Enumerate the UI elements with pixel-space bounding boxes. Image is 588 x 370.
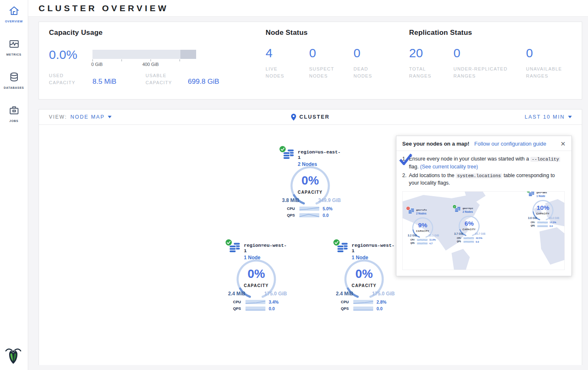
qps-label: QPS (457, 241, 464, 243)
summary-panel: Capacity Usage 0.0% 0 GiB 400 GiB (39, 22, 582, 100)
qps-sparkline (245, 307, 265, 311)
sidebar-item-overview[interactable]: OVERVIEW (0, 0, 28, 33)
capacity-bar-used-segment (180, 50, 196, 59)
capacity-label: CAPACITY (525, 212, 561, 215)
capacity-label: CAPACITY (405, 230, 440, 232)
breadcrumb-label: CLUSTER (299, 114, 330, 120)
cockroach-logo[interactable] (4, 346, 22, 365)
cpu-sparkline (245, 300, 265, 304)
step-text: Ensure every node in your cluster was st… (409, 156, 530, 162)
setup-step-2: 2. Add locations to the system.locations… (402, 172, 565, 187)
status-ok-badge (333, 239, 340, 246)
briefcase-icon (9, 105, 19, 117)
cpu-sparkline (353, 300, 373, 304)
suspect-nodes-count: 0 (309, 46, 354, 60)
region-label: region=us-east-1 (298, 149, 343, 160)
view-selector[interactable]: VIEW: NODE MAP (49, 114, 112, 120)
under-replicated-count: 0 (454, 46, 526, 60)
page-title: CLUSTER OVERVIEW (39, 3, 169, 13)
axis-tick-label: 0 GiB (91, 62, 103, 67)
cpu-value: 2.8% (377, 299, 386, 304)
qps-value: 0.0 (476, 241, 479, 243)
node-count: 1 Node (537, 195, 547, 197)
locality-tree-link[interactable]: (See current locality tree) (420, 164, 478, 170)
used-value: 3.8 MiB (282, 197, 299, 203)
sidebar-item-label: OVERVIEW (5, 20, 23, 23)
used-value: 2.4 MiB (336, 291, 353, 297)
total-value: 175.0 GiB (372, 291, 395, 297)
view-value: NODE MAP (70, 114, 105, 120)
node-map-canvas[interactable]: region=us-east-1 2 Nodes 0% CAPACITY 3.8… (39, 125, 582, 365)
node-group-us-west-1[interactable]: region=us-west-1 1 Node 0% CAPACITY 2.4 … (331, 242, 397, 315)
replication-status-section: Replication Status 20 TOTAL RANGES 0 UND… (409, 29, 582, 99)
capacity-label: CAPACITY (223, 283, 289, 288)
map-pin-icon (291, 114, 296, 121)
node-status-title: Node Status (266, 29, 409, 37)
capacity-usage-section: Capacity Usage 0.0% 0 GiB 400 GiB (49, 29, 266, 99)
region-label: region=eu-west-1 (244, 243, 289, 253)
capacity-percent: 0% (331, 267, 397, 281)
node-map-panel: VIEW: NODE MAP CLUSTER LAST 10 MIN (39, 109, 582, 365)
qps-sparkline (353, 307, 373, 311)
qps-label: QPS (531, 225, 537, 227)
database-icon (9, 72, 19, 84)
capacity-usage-title: Capacity Usage (49, 29, 266, 37)
unavailable-ranges-count: 0 (526, 46, 566, 60)
map-toolbar: VIEW: NODE MAP CLUSTER LAST 10 MIN (39, 110, 582, 125)
node-group-eu-west-1[interactable]: region=eu-west-1 1 Node 0% CAPACITY 2.4 … (223, 242, 289, 315)
used-value: 3.2 GiB (408, 234, 417, 237)
time-range-selector[interactable]: LAST 10 MIN (525, 114, 572, 120)
code-snippet: --locality (530, 157, 560, 162)
check-icon (399, 153, 412, 165)
topbar: CLUSTER OVERVIEW (28, 0, 588, 17)
sidebar-item-metrics[interactable]: METRICS (0, 33, 28, 66)
step-text: Add locations to the (409, 173, 456, 178)
node-group-us-east-1[interactable]: region=us-east-1 2 Nodes 0% CAPACITY 3.8… (277, 149, 343, 222)
sidebar-item-databases[interactable]: DATABASES (0, 66, 28, 100)
node-count: 2 Nodes (463, 210, 474, 213)
cpu-value: 3.4% (269, 299, 279, 304)
capacity-percent: 10% (525, 204, 561, 211)
used-capacity-value: 8.5 MiB (92, 78, 117, 86)
time-range-value: LAST 10 MIN (525, 114, 565, 120)
usable-capacity-value: 699.8 GiB (188, 78, 219, 86)
used-value: 3.7 GiB (454, 232, 463, 235)
chevron-down-icon (108, 116, 112, 118)
close-icon[interactable]: ✕ (560, 141, 566, 147)
mini-node-group-ams: geo=ams 1 Node 10% (525, 191, 561, 229)
dead-nodes-label: DEAD NODES (354, 66, 383, 80)
cpu-label: CPU (341, 300, 353, 304)
used-value: 2.4 MiB (228, 291, 245, 297)
sidebar-item-label: DATABASES (4, 86, 24, 89)
cpu-value: 12.3% (549, 221, 556, 224)
cpu-label: CPU (233, 300, 245, 304)
mini-node-group-nyc: geo=nyc 2 Nodes 6% (452, 207, 487, 245)
step-number: 2. (402, 172, 409, 187)
qps-label: QPS (411, 242, 417, 244)
qps-value: 0.0 (323, 213, 329, 218)
capacity-label: CAPACITY (452, 228, 487, 231)
status-ok-badge (453, 205, 456, 208)
status-error-badge: ! (406, 207, 410, 210)
used-value: 3.6 GiB (528, 217, 537, 219)
qps-label: QPS (341, 307, 353, 311)
chevron-down-icon (568, 116, 572, 118)
dead-nodes-count: 0 (354, 46, 383, 60)
capacity-percent: 9% (405, 222, 440, 229)
capacity-bar: 0 GiB 400 GiB (92, 50, 196, 67)
capacity-percent: 0.0% (49, 48, 92, 62)
qps-label: QPS (287, 213, 299, 217)
total-value: 65.7 GiB (475, 232, 485, 235)
mini-node-group-sfo: ! geo=sfo 2 Nodes (405, 208, 440, 247)
qps-value: 4.7 (429, 242, 432, 245)
cpu-label: CPU (411, 239, 417, 241)
capacity-percent: 0% (277, 174, 343, 187)
qps-label: QPS (233, 307, 245, 311)
qps-sparkline (299, 213, 319, 217)
view-label: VIEW: (49, 114, 67, 120)
configuration-guide-link[interactable]: Follow our configuration guide (474, 141, 546, 147)
total-ranges-count: 20 (409, 46, 454, 60)
sidebar-item-jobs[interactable]: JOBS (0, 100, 28, 133)
popup-title: See your nodes on a map! (402, 141, 469, 147)
cpu-label: CPU (531, 222, 537, 224)
